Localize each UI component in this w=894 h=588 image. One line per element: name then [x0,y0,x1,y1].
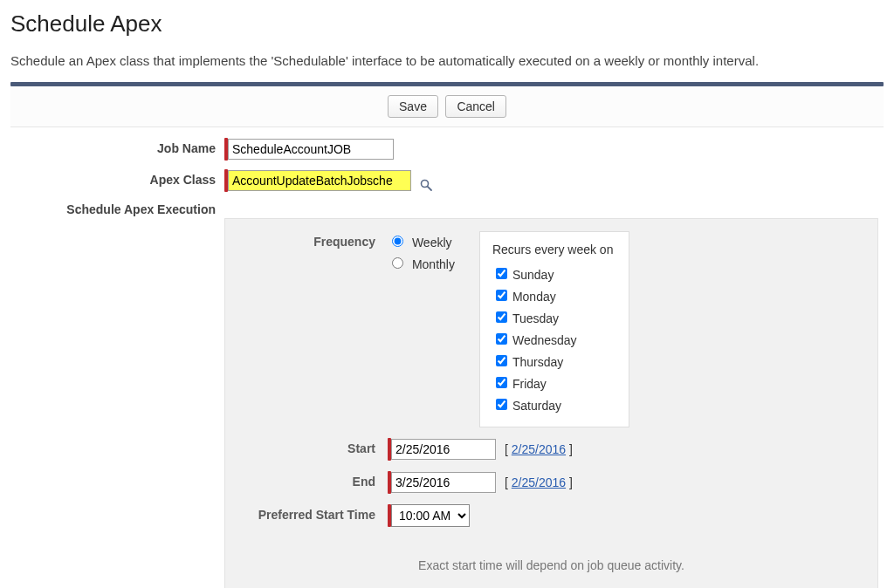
day-option-tuesday[interactable]: Tuesday [492,309,614,325]
day-option-monday[interactable]: Monday [492,287,614,304]
start-date-hint: [ 2/25/2016 ] [505,442,573,456]
day-text: Saturday [512,399,561,413]
recur-title: Recurs every week on [492,243,614,256]
start-label: Start [239,438,388,455]
day-option-saturday[interactable]: Saturday [492,396,614,413]
day-checkbox[interactable] [496,377,507,388]
frequency-label: Frequency [239,231,388,249]
day-text: Tuesday [512,311,559,325]
day-checkbox[interactable] [496,311,507,323]
day-text: Friday [512,377,547,391]
schedule-section-label: Schedule Apex Execution [10,199,224,216]
frequency-monthly-radio[interactable] [392,257,403,269]
job-name-label: Job Name [10,136,224,155]
page-title: Schedule Apex [10,10,884,38]
recur-box: Recurs every week on Sunday Monday Tuesd… [479,231,630,427]
day-text: Wednesday [512,333,577,347]
frequency-monthly-text: Monthly [412,257,455,271]
day-text: Monday [512,290,556,304]
day-option-thursday[interactable]: Thursday [492,352,614,369]
day-option-sunday[interactable]: Sunday [492,265,614,282]
frequency-weekly-radio[interactable] [392,236,403,247]
day-checkbox[interactable] [496,333,507,345]
schedule-panel: Frequency Weekly Monthly Recurs ever [224,218,878,588]
day-option-wednesday[interactable]: Wednesday [492,331,614,347]
job-name-input[interactable] [228,139,394,160]
frequency-weekly-text: Weekly [412,236,452,250]
frequency-weekly-option[interactable]: Weekly [388,233,455,250]
end-date-input[interactable] [391,472,496,493]
button-bar: Save Cancel [10,86,884,127]
day-checkbox[interactable] [496,355,507,366]
lookup-icon[interactable] [418,177,434,193]
day-checkbox[interactable] [496,399,507,410]
end-date-link[interactable]: 2/25/2016 [512,475,566,489]
page-subtitle: Schedule an Apex class that implements t… [10,53,884,68]
day-option-friday[interactable]: Friday [492,374,614,391]
apex-class-label: Apex Class [10,168,224,187]
day-checkbox[interactable] [496,290,507,301]
start-date-input[interactable] [391,439,496,460]
day-text: Sunday [512,268,554,282]
day-checkbox[interactable] [496,268,507,279]
day-text: Thursday [512,355,563,369]
start-date-link[interactable]: 2/25/2016 [512,442,566,456]
helper-text: Exact start time will depend on job queu… [239,558,863,572]
save-button[interactable]: Save [388,95,438,118]
end-label: End [239,471,388,489]
svg-line-1 [428,187,431,190]
cancel-button[interactable]: Cancel [445,95,506,118]
end-date-hint: [ 2/25/2016 ] [505,475,573,489]
apex-class-input[interactable] [228,170,411,191]
frequency-monthly-option[interactable]: Monthly [388,255,455,271]
preferred-start-time-select[interactable]: 10:00 AM [391,504,470,527]
preferred-start-time-label: Preferred Start Time [239,504,388,522]
